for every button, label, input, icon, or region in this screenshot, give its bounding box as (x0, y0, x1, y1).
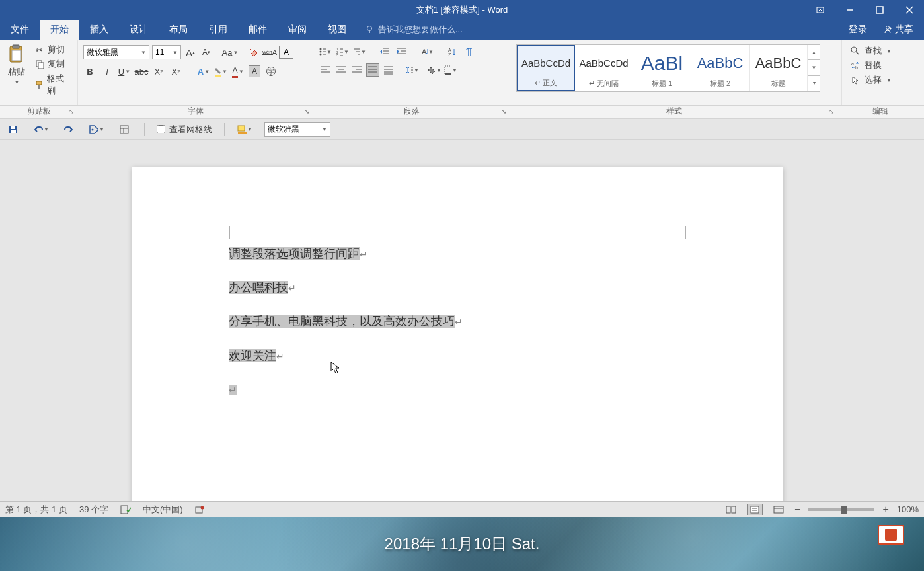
qat-tag-button[interactable]: ▼ (89, 122, 104, 137)
styles-more-button[interactable]: ▲ ▼ ▾ (808, 45, 820, 91)
decrease-indent-button[interactable] (378, 45, 391, 58)
zoom-out-button[interactable]: − (794, 504, 800, 515)
read-mode-button[interactable] (723, 504, 739, 515)
superscript-button[interactable]: X2 (169, 65, 182, 78)
shrink-font-button[interactable]: A▾ (200, 46, 213, 59)
style-heading2[interactable]: AaBbC 标题 2 (691, 45, 750, 91)
asian-layout-button[interactable]: A▼ (420, 45, 434, 58)
tab-mailings[interactable]: 邮件 (238, 20, 278, 40)
style-heading1[interactable]: AaBl 标题 1 (633, 45, 691, 91)
paragraph-launcher[interactable]: ⤡ (501, 108, 509, 116)
zoom-thumb[interactable] (841, 506, 847, 514)
save-button[interactable] (5, 122, 21, 137)
align-justify-button[interactable] (366, 63, 379, 77)
clipboard-launcher[interactable]: ⤡ (69, 108, 77, 116)
group-labels-row: 剪贴板 ⤡ 字体 ⤡ 段落 ⤡ 样式 ⤡ 编辑 (0, 106, 924, 119)
cut-button[interactable]: ✂ 剪切 (34, 44, 71, 56)
paste-button[interactable]: 粘贴 ▼ (4, 42, 29, 104)
login-button[interactable]: 登录 (841, 24, 875, 36)
zoom-in-button[interactable]: + (882, 504, 888, 515)
phonetic-guide-button[interactable]: wénA (263, 46, 276, 59)
sort-button[interactable]: AZ (445, 45, 459, 58)
bold-button[interactable]: B (83, 65, 96, 78)
highlight-button[interactable]: ▼ (214, 65, 227, 78)
zoom-level[interactable]: 100% (897, 504, 919, 514)
style-title[interactable]: AaBbC 标题 (750, 45, 808, 91)
align-right-button[interactable] (350, 63, 364, 77)
zoom-slider[interactable] (808, 508, 874, 511)
underline-button[interactable]: U▼ (118, 65, 131, 78)
qat-font-combo[interactable]: 微软雅黑 ▼ (264, 122, 330, 137)
font-name-combo[interactable]: 微软雅黑 ▼ (83, 45, 149, 59)
shading-button[interactable]: ▼ (428, 63, 442, 77)
doc-empty-line[interactable]: ↵ (229, 381, 463, 398)
style-normal[interactable]: AaBbCcDd ↵ 正文 (517, 45, 575, 91)
select-button[interactable]: 选择 ▼ (847, 73, 919, 87)
grow-font-button[interactable]: A▴ (184, 46, 197, 59)
status-page[interactable]: 第 1 页，共 1 页 (5, 504, 67, 515)
share-button[interactable]: 共享 (876, 24, 920, 36)
font-size-combo[interactable]: 11 ▼ (152, 45, 181, 59)
copy-button[interactable]: 复制 (34, 58, 71, 70)
char-border-button[interactable]: A (279, 46, 293, 59)
status-language[interactable]: 中文(中国) (143, 504, 183, 515)
document-page[interactable]: 调整段落选项调整行间距↵ 办公嘿科技↵ 分享手机、电脑黑科技，以及高效办公技巧↵… (132, 167, 783, 517)
quick-access-toolbar: ▼ ▼ 查看网格线 ▼ 微软雅黑 ▼ (0, 119, 924, 140)
tab-review[interactable]: 审阅 (278, 20, 317, 40)
enclose-char-button[interactable]: 字 (264, 65, 278, 78)
document-area[interactable]: 调整段落选项调整行间距↵ 办公嘿科技↵ 分享手机、电脑黑科技，以及高效办公技巧↵… (0, 147, 924, 517)
increase-indent-button[interactable] (395, 45, 408, 58)
doc-line-3[interactable]: 分享手机、电脑黑科技，以及高效办公技巧↵ (229, 313, 463, 330)
numbering-button[interactable]: 123▼ (336, 45, 349, 58)
subscript-button[interactable]: X2 (152, 65, 165, 78)
format-painter-button[interactable]: 格式刷 (34, 73, 71, 96)
find-button[interactable]: 查找 ▼ (847, 44, 919, 58)
multilevel-list-button[interactable]: ▼ (353, 45, 366, 58)
align-center-button[interactable] (334, 63, 348, 77)
tab-design[interactable]: 设计 (119, 20, 159, 40)
view-gridlines-checkbox[interactable]: 查看网格线 (157, 124, 212, 135)
line-spacing-button[interactable]: ▼ (406, 63, 419, 77)
change-case-button[interactable]: Aa▼ (223, 46, 237, 59)
maximize-button[interactable] (865, 0, 894, 20)
powerpoint-tray-icon[interactable] (878, 525, 904, 545)
replace-button[interactable]: ab 替换 (847, 58, 919, 73)
bullets-button[interactable]: ▼ (319, 45, 332, 58)
char-shading-button[interactable]: A (249, 65, 260, 77)
font-launcher[interactable]: ⤡ (304, 108, 312, 116)
italic-button[interactable]: I (100, 65, 114, 78)
qat-layout-button[interactable] (116, 122, 132, 137)
tab-layout[interactable]: 布局 (159, 20, 198, 40)
doc-line-2[interactable]: 办公嘿科技↵ (229, 280, 463, 296)
style-no-spacing[interactable]: AaBbCcDd ↵ 无间隔 (575, 45, 633, 91)
status-words[interactable]: 39 个字 (79, 504, 108, 515)
tell-me-search[interactable]: 告诉我您想要做什么... (357, 20, 471, 40)
redo-button[interactable] (61, 122, 77, 137)
text-effects-button[interactable]: A▼ (197, 65, 210, 78)
tab-file[interactable]: 文件 (0, 20, 40, 40)
tab-references[interactable]: 引用 (198, 20, 238, 40)
doc-line-4[interactable]: 欢迎关注↵ (229, 348, 463, 364)
strikethrough-button[interactable]: abc (135, 65, 148, 78)
tab-home[interactable]: 开始 (40, 20, 79, 40)
doc-line-1[interactable]: 调整段落选项调整行间距↵ (229, 246, 463, 262)
macro-record-icon[interactable] (195, 505, 204, 514)
qat-highlight-button[interactable]: ▼ (237, 122, 252, 137)
align-left-button[interactable] (319, 63, 332, 77)
borders-button[interactable]: ▼ (444, 63, 457, 77)
print-layout-button[interactable] (747, 504, 763, 515)
web-layout-button[interactable] (771, 504, 787, 515)
styles-launcher[interactable]: ⤡ (829, 108, 837, 116)
tab-insert[interactable]: 插入 (79, 20, 119, 40)
minimize-button[interactable] (835, 0, 865, 20)
ribbon-display-options-button[interactable] (805, 0, 835, 20)
show-marks-button[interactable] (463, 45, 476, 58)
font-color-button[interactable]: A▼ (231, 65, 245, 78)
tab-view[interactable]: 视图 (317, 20, 357, 40)
align-distribute-button[interactable] (382, 63, 395, 77)
undo-button[interactable]: ▼ (33, 122, 49, 137)
clear-format-button[interactable] (247, 46, 260, 59)
close-button[interactable] (894, 0, 924, 20)
spell-check-icon[interactable] (120, 505, 131, 514)
svg-text:b: b (855, 65, 858, 70)
